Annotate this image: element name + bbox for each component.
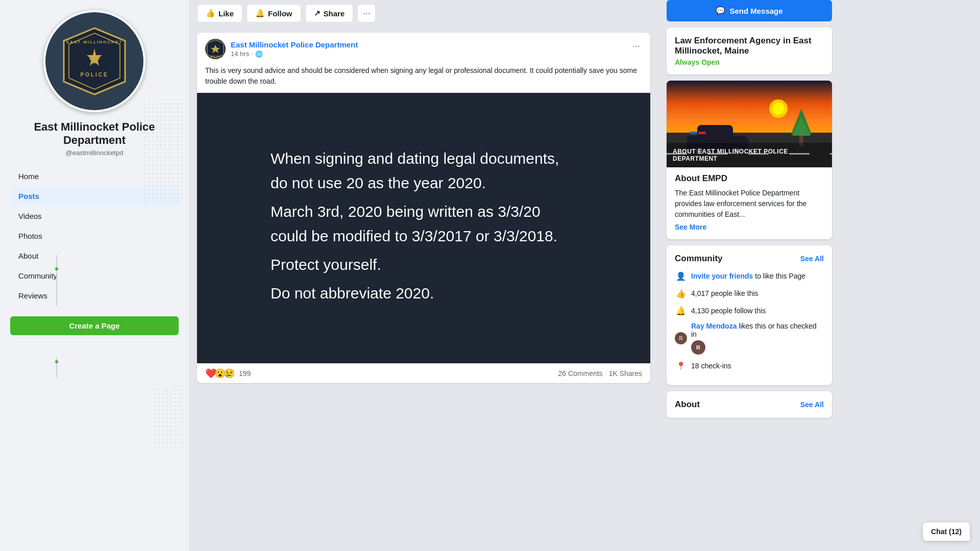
info-card: Law Enforcement Agency in East Millinock…: [667, 28, 832, 74]
post-time: 14 hrs: [231, 50, 249, 58]
comments-count[interactable]: 26 Comments: [558, 369, 602, 378]
follow-label: Follow: [268, 9, 292, 18]
dot-decoration-top: [143, 102, 184, 204]
left-sidebar: EAST MILLINOCKET POLICE East Millinocket…: [0, 0, 189, 551]
likes-text: 4,017 people like this: [691, 289, 758, 297]
post-meta: 14 hrs · 🌐: [231, 50, 358, 58]
about-bottom-card: About See All: [667, 391, 832, 418]
info-title: Law Enforcement Agency in East Millinock…: [675, 36, 824, 56]
right-sidebar: 💬 Send Message Law Enforcement Agency in…: [658, 0, 832, 551]
wow-emoji: 😢: [224, 368, 235, 379]
ray-name[interactable]: Ray Mendoza: [691, 322, 737, 330]
about-overlay: ABOUT EAST MILLINOCKET POLICE DEPARTMENT: [667, 143, 832, 167]
person-plus-icon: 👤: [675, 270, 687, 282]
reaction-emojis: ❤️ 😮 😢: [205, 368, 233, 379]
about-image[interactable]: ABOUT EAST MILLINOCKET POLICE DEPARTMENT: [667, 81, 832, 167]
dot-accent-1: [55, 267, 58, 270]
invite-suffix-text: to like this Page: [755, 272, 805, 280]
follow-icon: 🔔: [255, 9, 265, 18]
person-icon: R: [675, 332, 687, 344]
thumbs-up-icon: 👍: [675, 287, 687, 299]
light-red: [698, 132, 706, 134]
reaction-count: 199: [239, 369, 251, 378]
reactions-left: ❤️ 😮 😢 199: [205, 368, 251, 379]
post-avatar: POLICE: [205, 39, 226, 59]
post-author-details: East Millinocket Police Department 14 hr…: [231, 40, 358, 58]
nav-item-photos[interactable]: Photos: [10, 227, 179, 245]
like-icon: 👍: [206, 9, 215, 18]
ray-text: Ray Mendoza likes this or has checked in…: [691, 322, 824, 355]
reactions-right: 26 Comments 1K Shares: [558, 369, 642, 378]
community-card: Community See All 👤 Invite your friends …: [667, 245, 832, 385]
action-bar: 👍 Like 🔔 Follow ↗ Share ···: [197, 0, 650, 27]
about-bottom-title: About: [675, 399, 700, 410]
post-header: POLICE East Millinocket Police Departmen…: [197, 33, 650, 65]
ray-avatar: R: [675, 332, 687, 344]
post-text: This is very sound advice and should be …: [197, 65, 650, 93]
share-button[interactable]: ↗ Share: [305, 4, 354, 22]
about-section: About EMPD The East Millinocket Police D…: [667, 167, 832, 239]
svg-text:POLICE: POLICE: [211, 55, 220, 58]
community-see-all[interactable]: See All: [800, 255, 824, 263]
svg-text:EAST MILLINOCKET: EAST MILLINOCKET: [66, 40, 122, 44]
send-message-button[interactable]: 💬 Send Message: [667, 0, 832, 21]
community-item-ray: R Ray Mendoza likes this or has checked …: [675, 322, 824, 355]
share-icon: ↗: [314, 9, 321, 18]
location-icon: 📍: [675, 360, 687, 372]
see-more-link[interactable]: See More: [675, 223, 824, 231]
checkins-text: 18 check-ins: [691, 362, 731, 370]
follow-icon: 🔔: [675, 305, 687, 317]
privacy-icon: 🌐: [255, 51, 263, 58]
community-item-follows: 🔔 4,130 people follow this: [675, 305, 824, 317]
community-item-invite: 👤 Invite your friends to like this Page: [675, 270, 824, 282]
community-item-likes: 👍 4,017 people like this: [675, 287, 824, 299]
post-card: POLICE East Millinocket Police Departmen…: [197, 33, 650, 383]
nav-item-reviews[interactable]: Reviews: [10, 286, 179, 305]
post-more-button[interactable]: ···: [630, 39, 642, 54]
like-label: Like: [218, 9, 234, 18]
nav-item-about[interactable]: About: [10, 246, 179, 265]
chat-label: Chat (12: [931, 528, 959, 536]
avatar: EAST MILLINOCKET POLICE: [43, 10, 145, 112]
community-item-checkins: 📍 18 check-ins: [675, 360, 824, 372]
ray-avatar-small: R: [691, 340, 824, 355]
chat-bubble[interactable]: Chat (12): [923, 522, 970, 541]
invite-link[interactable]: Invite your friends: [691, 272, 753, 280]
post-author-info: POLICE East Millinocket Police Departmen…: [205, 39, 358, 59]
post-image: When signing and dating legal documents,…: [197, 93, 650, 363]
about-empd-text: The East Millinocket Police Department p…: [675, 188, 824, 220]
invite-text: Invite your friends to like this Page: [691, 272, 805, 280]
about-see-all[interactable]: See All: [800, 400, 824, 409]
post-image-text: When signing and dating legal documents,…: [271, 146, 577, 310]
dot-decoration-bottom: [153, 388, 184, 449]
post-reactions: ❤️ 😮 😢 199 26 Comments 1K Shares: [197, 363, 650, 383]
main-content: 👍 Like 🔔 Follow ↗ Share ···: [189, 0, 658, 551]
svg-point-11: [772, 103, 785, 115]
more-options-button[interactable]: ···: [357, 4, 376, 22]
about-empd-title: About EMPD: [675, 173, 824, 184]
share-label: Share: [324, 9, 345, 18]
post-author-name[interactable]: East Millinocket Police Department: [231, 40, 358, 49]
more-icon: ···: [363, 8, 371, 19]
about-image-card: ABOUT EAST MILLINOCKET POLICE DEPARTMENT…: [667, 81, 832, 239]
about-bottom-header: About See All: [675, 399, 824, 410]
svg-text:POLICE: POLICE: [80, 72, 108, 78]
nav-item-videos[interactable]: Videos: [10, 207, 179, 226]
vertical-accent-1: [56, 255, 57, 306]
nav-item-community[interactable]: Community: [10, 266, 179, 285]
hours-status: Always Open: [675, 58, 824, 66]
like-button[interactable]: 👍 Like: [197, 4, 242, 22]
messenger-icon: 💬: [716, 6, 725, 15]
community-header: Community See All: [675, 254, 824, 264]
about-overlay-text: ABOUT EAST MILLINOCKET POLICE DEPARTMENT: [673, 148, 826, 162]
community-title: Community: [675, 254, 723, 264]
dot-accent-2: [55, 360, 58, 363]
send-message-label: Send Message: [729, 7, 782, 15]
separator: ·: [251, 50, 253, 58]
light-blue: [690, 132, 697, 134]
shares-count[interactable]: 1K Shares: [609, 369, 642, 378]
follows-text: 4,130 people follow this: [691, 307, 766, 315]
page-handle: @eastmillinocketpd: [66, 149, 124, 157]
follow-button[interactable]: 🔔 Follow: [247, 4, 301, 22]
create-page-button[interactable]: Create a Page: [10, 316, 179, 335]
